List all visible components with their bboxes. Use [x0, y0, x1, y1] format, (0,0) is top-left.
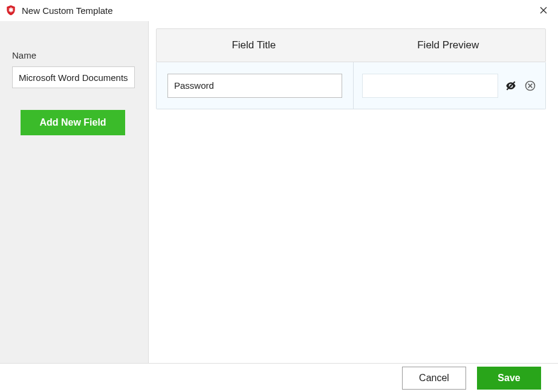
- template-name-input[interactable]: [12, 66, 135, 88]
- name-label: Name: [12, 50, 135, 60]
- column-header-preview: Field Preview: [351, 39, 546, 51]
- cancel-button[interactable]: Cancel: [402, 367, 466, 390]
- remove-field-icon[interactable]: [524, 79, 537, 92]
- add-new-field-button[interactable]: Add New Field: [21, 110, 125, 135]
- field-title-cell: [157, 62, 354, 109]
- shield-icon: ✱: [5, 4, 17, 16]
- field-title-input[interactable]: [167, 74, 342, 98]
- main-body: Name Add New Field Field Title Field Pre…: [0, 21, 558, 363]
- sidebar: Name Add New Field: [0, 21, 149, 363]
- column-header-title: Field Title: [157, 39, 351, 51]
- footer-bar: Cancel Save: [0, 363, 558, 392]
- close-icon[interactable]: [536, 3, 551, 18]
- content-area: Field Title Field Preview: [149, 21, 558, 363]
- visibility-toggle-icon[interactable]: [504, 79, 517, 92]
- field-preview-input[interactable]: [362, 74, 498, 98]
- save-button[interactable]: Save: [477, 367, 541, 390]
- field-header-row: Field Title Field Preview: [156, 28, 546, 62]
- table-row: [156, 62, 546, 109]
- dialog-title: New Custom Template: [22, 5, 536, 16]
- title-bar: ✱ New Custom Template: [0, 0, 558, 21]
- field-preview-cell: [354, 62, 545, 109]
- svg-text:✱: ✱: [8, 7, 14, 13]
